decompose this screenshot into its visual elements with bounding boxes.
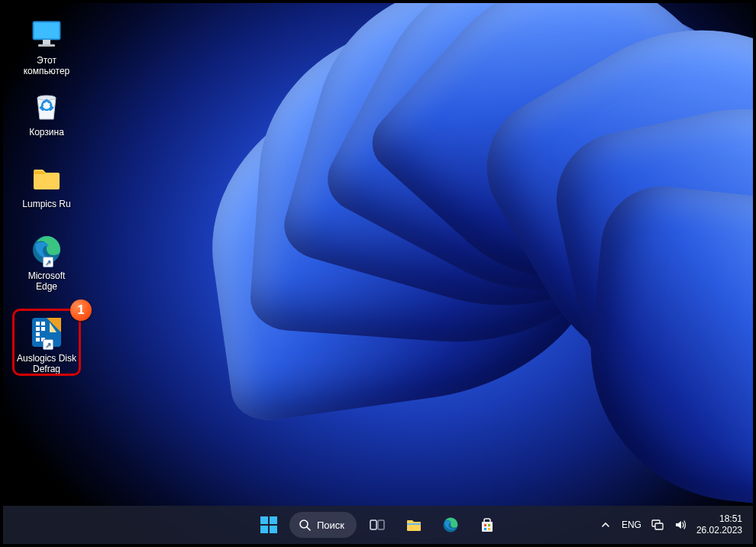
tray-overflow-button[interactable] — [599, 518, 612, 532]
recycle-bin-icon — [29, 89, 64, 124]
desktop-icon-this-pc[interactable]: Этоткомпьютер — [15, 17, 78, 76]
annotation-badge: 1 — [70, 299, 92, 321]
system-tray: ENG 18:51 26.02.2023 — [599, 506, 745, 544]
svg-rect-25 — [484, 524, 486, 526]
svg-rect-18 — [270, 526, 277, 533]
taskbar-store[interactable] — [471, 509, 503, 541]
svg-rect-9 — [36, 327, 40, 331]
svg-rect-15 — [260, 516, 268, 524]
svg-rect-2 — [43, 40, 50, 44]
desktop-icon-edge[interactable]: ↗ MicrosoftEdge — [15, 232, 78, 292]
svg-rect-22 — [378, 520, 384, 529]
desktop[interactable]: Этоткомпьютер Корзина Lumpics Ru — [3, 3, 753, 544]
windows-logo-icon — [260, 516, 277, 533]
svg-rect-8 — [41, 322, 45, 325]
taskbar-search-label: Поиск — [317, 519, 344, 531]
svg-line-20 — [307, 527, 310, 530]
taskbar-search[interactable]: Поиск — [289, 512, 357, 538]
desktop-icon-label: Lumpics Ru — [22, 199, 70, 209]
search-icon — [299, 519, 311, 531]
svg-rect-7 — [36, 322, 40, 325]
taskbar: Поиск — [3, 506, 753, 544]
svg-rect-27 — [484, 528, 486, 530]
svg-rect-16 — [270, 516, 277, 524]
desktop-icon-label: Этоткомпьютер — [24, 55, 70, 76]
shortcut-overlay-icon: ↗ — [43, 257, 53, 267]
shortcut-overlay-icon: ↗ — [43, 339, 53, 350]
svg-rect-11 — [36, 332, 40, 336]
desktop-icon-auslogics[interactable]: ↗ Auslogics DiskDefrag — [15, 315, 78, 374]
svg-rect-26 — [488, 524, 490, 526]
desktop-icon-recycle-bin[interactable]: Корзина — [15, 89, 78, 138]
monitor-icon — [29, 17, 64, 52]
tray-language[interactable]: ENG — [622, 519, 641, 530]
svg-rect-3 — [38, 44, 55, 47]
task-view-icon — [369, 516, 386, 533]
desktop-icon-lumpics[interactable]: Lumpics Ru — [15, 160, 78, 209]
network-icon — [651, 518, 664, 532]
tray-clock[interactable]: 18:51 26.02.2023 — [696, 513, 745, 536]
taskbar-explorer[interactable] — [398, 509, 430, 541]
store-icon — [479, 516, 496, 533]
folder-icon — [405, 516, 423, 534]
svg-rect-28 — [488, 528, 490, 530]
tray-date: 26.02.2023 — [696, 525, 742, 536]
folder-icon — [29, 160, 64, 196]
svg-rect-10 — [41, 327, 45, 331]
tray-volume[interactable] — [674, 518, 687, 532]
svg-rect-23 — [407, 523, 421, 525]
desktop-icon-label: MicrosoftEdge — [28, 270, 66, 292]
tray-network[interactable] — [651, 518, 664, 532]
chevron-up-icon — [600, 519, 611, 530]
svg-rect-12 — [36, 338, 40, 341]
volume-icon — [674, 518, 687, 532]
desktop-icon-label: Auslogics DiskDefrag — [17, 353, 76, 374]
start-button[interactable] — [253, 509, 285, 541]
svg-rect-30 — [655, 523, 663, 529]
task-view-button[interactable] — [361, 509, 393, 541]
taskbar-edge[interactable] — [435, 509, 467, 541]
desktop-icon-label: Корзина — [29, 127, 64, 138]
edge-icon — [441, 516, 460, 534]
tray-time: 18:51 — [696, 513, 742, 525]
svg-rect-1 — [34, 23, 59, 38]
svg-rect-17 — [260, 526, 268, 533]
svg-rect-21 — [370, 520, 376, 529]
